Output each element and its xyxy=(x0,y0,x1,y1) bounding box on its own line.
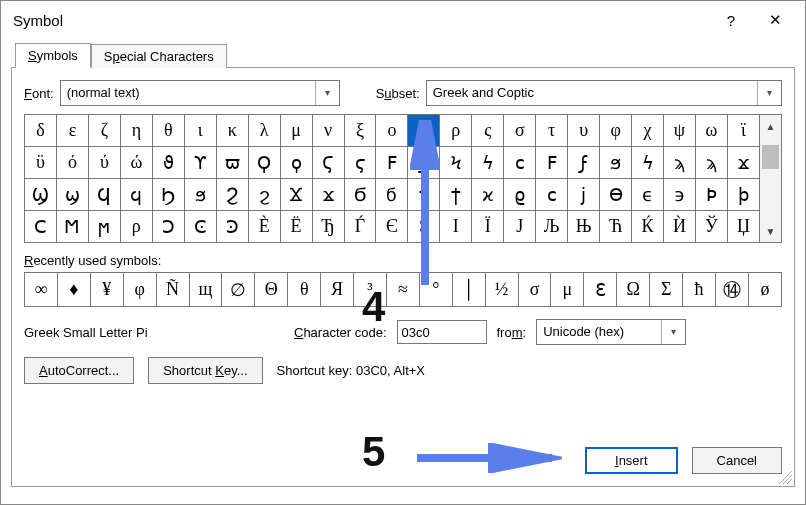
recent-grid[interactable]: ∞♦¥φÑщ∅ΘθЯ³≈°│½σμƐΩΣħ⑭ø xyxy=(24,272,782,307)
char-cell[interactable]: τ xyxy=(536,115,568,147)
char-cell[interactable]: ϩ xyxy=(248,179,280,211)
char-cell[interactable]: Њ xyxy=(568,211,600,243)
char-cell[interactable]: δ xyxy=(25,115,57,147)
char-cell[interactable]: Ϟ xyxy=(440,147,472,179)
char-cell[interactable]: Ͽ xyxy=(216,211,248,243)
recent-cell[interactable]: ∅ xyxy=(222,273,255,307)
char-cell[interactable]: ω xyxy=(695,115,727,147)
char-cell[interactable]: λ xyxy=(248,115,280,147)
char-cell[interactable]: Ϛ xyxy=(312,147,344,179)
char-cell[interactable]: ς xyxy=(472,115,504,147)
char-cell[interactable]: ϫ xyxy=(727,147,759,179)
char-cell[interactable]: Ϭ xyxy=(344,179,376,211)
char-cell[interactable]: μ xyxy=(280,115,312,147)
recent-cell[interactable]: ≈ xyxy=(386,273,419,307)
char-cell[interactable]: υ xyxy=(568,115,600,147)
char-cell[interactable]: ζ xyxy=(88,115,120,147)
char-cell[interactable]: ψ xyxy=(664,115,696,147)
char-cell[interactable]: Ђ xyxy=(312,211,344,243)
recent-cell[interactable]: ¥ xyxy=(90,273,123,307)
recent-cell[interactable]: ħ xyxy=(683,273,716,307)
tab-symbols[interactable]: Symbols Symbols document.currentScript.p… xyxy=(15,43,91,68)
from-select[interactable]: Unicode (hex) ▾ xyxy=(536,319,686,345)
char-cell[interactable]: Ϻ xyxy=(56,211,88,243)
char-cell[interactable]: Ϫ xyxy=(280,179,312,211)
char-cell[interactable]: ϟ xyxy=(472,147,504,179)
char-cell[interactable]: Ϣ xyxy=(25,179,57,211)
char-cell[interactable]: θ xyxy=(152,115,184,147)
cancel-button[interactable]: Cancel xyxy=(692,447,782,474)
insert-button[interactable]: Insert xyxy=(585,447,678,474)
char-cell[interactable]: ώ xyxy=(120,147,152,179)
char-cell[interactable]: Ϲ xyxy=(25,211,57,243)
scroll-thumb[interactable] xyxy=(762,145,779,169)
char-cell[interactable]: Ͼ xyxy=(184,211,216,243)
grid-scrollbar[interactable]: ▲ ▼ xyxy=(760,114,782,243)
recent-cell[interactable]: ½ xyxy=(485,273,518,307)
tab-special-characters[interactable]: Special Characters document.currentScrip… xyxy=(91,44,227,68)
char-cell[interactable]: ϱ xyxy=(504,179,536,211)
char-cell[interactable]: Ѐ xyxy=(248,211,280,243)
autocorrect-button[interactable]: AutoCorrect... xyxy=(24,357,134,384)
char-cell[interactable]: Џ xyxy=(727,211,759,243)
char-cell[interactable]: ϊ xyxy=(727,115,759,147)
char-cell[interactable]: κ xyxy=(216,115,248,147)
char-cell[interactable]: Ϩ xyxy=(216,179,248,211)
char-cell[interactable]: ύ xyxy=(88,147,120,179)
char-cell[interactable]: ϭ xyxy=(376,179,408,211)
char-cell[interactable]: Ў xyxy=(695,211,727,243)
char-cell[interactable]: ν xyxy=(312,115,344,147)
char-cell[interactable]: ϫ xyxy=(312,179,344,211)
char-cell[interactable]: Ϝ xyxy=(376,147,408,179)
char-cell[interactable]: ϥ xyxy=(120,179,152,211)
resize-grip-icon[interactable] xyxy=(778,470,792,484)
char-cell[interactable]: ϧ xyxy=(184,179,216,211)
recent-cell[interactable]: Ɛ xyxy=(584,273,617,307)
recent-cell[interactable]: Я xyxy=(321,273,354,307)
recent-cell[interactable]: Ω xyxy=(617,273,650,307)
char-cell[interactable]: Ї xyxy=(472,211,504,243)
scroll-down-icon[interactable]: ▼ xyxy=(760,220,781,242)
char-cell[interactable]: ϳ xyxy=(568,179,600,211)
char-cell[interactable]: ϯ xyxy=(440,179,472,211)
char-cell[interactable]: І xyxy=(440,211,472,243)
recent-cell[interactable]: ø xyxy=(748,273,781,307)
recent-cell[interactable]: ³ xyxy=(354,273,387,307)
char-cell[interactable]: Ϸ xyxy=(695,179,727,211)
char-cell[interactable]: Ϙ xyxy=(248,147,280,179)
recent-cell[interactable]: ° xyxy=(419,273,452,307)
char-code-input[interactable] xyxy=(397,320,487,344)
char-cell[interactable]: σ xyxy=(504,115,536,147)
char-cell[interactable]: ϟ xyxy=(632,147,664,179)
char-cell[interactable]: ε xyxy=(56,115,88,147)
scroll-up-icon[interactable]: ▲ xyxy=(760,115,781,137)
scroll-track[interactable] xyxy=(760,137,781,220)
recent-cell[interactable]: σ xyxy=(518,273,551,307)
char-cell[interactable]: Ќ xyxy=(632,211,664,243)
char-cell[interactable]: ϛ xyxy=(344,147,376,179)
char-cell[interactable]: Ѝ xyxy=(664,211,696,243)
char-cell[interactable]: Ͻ xyxy=(152,211,184,243)
char-cell[interactable]: ϙ xyxy=(280,147,312,179)
char-cell[interactable]: Ϥ xyxy=(88,179,120,211)
char-cell[interactable]: Ѓ xyxy=(344,211,376,243)
char-cell[interactable]: Ϧ xyxy=(152,179,184,211)
char-cell[interactable]: ϧ xyxy=(600,147,632,179)
font-select[interactable]: (normal text) ▾ xyxy=(60,80,340,106)
char-cell[interactable]: ϵ xyxy=(632,179,664,211)
char-cell[interactable]: Ј xyxy=(504,211,536,243)
char-cell[interactable]: Є xyxy=(376,211,408,243)
char-cell[interactable]: χ xyxy=(632,115,664,147)
char-cell[interactable]: Ѕ xyxy=(408,211,440,243)
char-cell[interactable]: ϡ xyxy=(664,147,696,179)
recent-cell[interactable]: ♦ xyxy=(57,273,90,307)
char-cell[interactable]: ι xyxy=(184,115,216,147)
char-cell[interactable]: ϡ xyxy=(695,147,727,179)
recent-cell[interactable]: ∞ xyxy=(25,273,58,307)
char-cell[interactable]: ό xyxy=(56,147,88,179)
recent-cell[interactable]: щ xyxy=(189,273,222,307)
recent-cell[interactable]: │ xyxy=(452,273,485,307)
recent-cell[interactable]: θ xyxy=(288,273,321,307)
char-cell[interactable]: Ћ xyxy=(600,211,632,243)
recent-cell[interactable]: φ xyxy=(123,273,156,307)
